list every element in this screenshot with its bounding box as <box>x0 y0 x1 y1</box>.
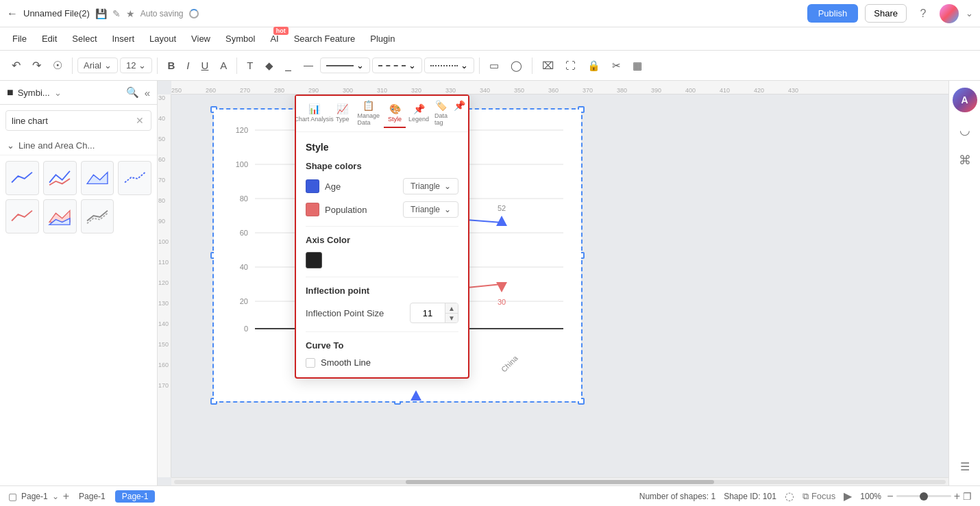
right-sidebar-settings-button[interactable]: ☰ <box>953 454 977 479</box>
search-button[interactable]: 🔍 <box>147 111 151 130</box>
page-tab-active[interactable]: Page-1 <box>115 490 156 503</box>
text-size-button[interactable]: T <box>242 56 258 75</box>
rect-button[interactable]: ▭ <box>485 56 504 75</box>
manage-data-icon: 📋 <box>363 100 374 111</box>
share-button[interactable]: Share <box>865 4 907 23</box>
table-button[interactable]: ▦ <box>628 56 647 75</box>
page-view-icon[interactable]: ▢ <box>8 491 17 502</box>
zoom-out-button[interactable]: − <box>887 490 893 503</box>
tab-style[interactable]: 🎨 Style <box>384 99 406 128</box>
clear-search-icon[interactable]: ✕ <box>132 114 147 127</box>
add-page-button[interactable]: + <box>63 491 69 502</box>
ai-circle-button[interactable]: A <box>953 88 977 112</box>
sidebar-category[interactable]: ⌄ Line and Area Ch... <box>0 136 157 155</box>
line-style-dropdown[interactable]: ⌄ <box>320 58 370 73</box>
avatar[interactable] <box>940 4 959 23</box>
avatar-chevron[interactable]: ⌄ <box>966 8 973 18</box>
template-thumb-1[interactable] <box>5 161 39 195</box>
fullscreen-button[interactable]: ❐ <box>963 491 972 502</box>
crop-button[interactable]: ⌧ <box>537 56 559 75</box>
age-shape-select[interactable]: Triangle ⌄ <box>403 178 458 194</box>
sidebar-collapse-icon[interactable]: « <box>145 86 150 99</box>
format-button[interactable]: ☉ <box>48 55 67 75</box>
aspect-button[interactable]: ⛶ <box>561 56 580 75</box>
menu-ai[interactable]: AIhot <box>263 31 285 47</box>
circle-button[interactable]: ◯ <box>506 56 527 75</box>
population-color-swatch[interactable] <box>306 203 319 216</box>
template-thumb-7[interactable] <box>81 199 114 233</box>
redo-button[interactable]: ↷ <box>27 55 46 75</box>
fill-button[interactable]: ◆ <box>260 56 278 75</box>
italic-button[interactable]: I <box>182 56 194 75</box>
inflection-up-arrow[interactable]: ▲ <box>445 303 458 313</box>
svg-text:China: China <box>500 353 519 373</box>
back-button[interactable]: ← <box>7 8 18 20</box>
template-thumb-2[interactable] <box>43 161 77 195</box>
line-color-button[interactable]: ⎯ <box>280 56 296 75</box>
connect-button[interactable]: ⸻ <box>298 56 318 75</box>
layer-button[interactable]: ◌ <box>785 490 794 503</box>
axis-color-swatch[interactable] <box>306 252 322 268</box>
inflection-down-arrow[interactable]: ▼ <box>445 313 458 322</box>
data-tag-icon: 🏷️ <box>435 100 447 111</box>
age-color-swatch[interactable] <box>306 179 319 193</box>
menu-edit[interactable]: Edit <box>35 31 64 47</box>
divider-3 <box>306 331 458 332</box>
menu-view[interactable]: View <box>184 31 217 47</box>
canvas-content[interactable]: 120 100 80 60 40 20 0 <box>171 94 948 477</box>
tab-chart-analysis[interactable]: 📊 Chart Analysis <box>296 99 332 128</box>
line-dot-dropdown[interactable]: ⌄ <box>424 58 474 73</box>
menu-search-feature[interactable]: Search Feature <box>287 31 363 47</box>
menu-plugin[interactable]: Plugin <box>363 31 402 47</box>
font-size-dropdown[interactable]: 12 ⌄ <box>120 58 152 73</box>
menu-select[interactable]: Select <box>65 31 103 47</box>
age-color-row: Age Triangle ⌄ <box>306 178 458 194</box>
population-shape-select[interactable]: Triangle ⌄ <box>403 201 458 218</box>
menu-insert[interactable]: Insert <box>106 31 142 47</box>
line-dash-dropdown[interactable]: ⌄ <box>372 58 422 73</box>
menu-layout[interactable]: Layout <box>143 31 183 47</box>
zoom-slider[interactable] <box>896 495 951 497</box>
zoom-in-button[interactable]: + <box>954 490 960 503</box>
publish-button[interactable]: Publish <box>807 4 859 23</box>
horizontal-ruler: 250 260 270 280 290 300 310 320 330 340 … <box>171 81 948 94</box>
template-thumb-3[interactable] <box>81 161 114 195</box>
focus-button[interactable]: ⧉ Focus <box>803 491 835 502</box>
tab-legend[interactable]: 📌 Legend <box>406 99 432 128</box>
template-thumb-4[interactable] <box>118 161 151 195</box>
panel-pin-button[interactable]: 📌 <box>451 97 468 114</box>
inflection-size-input[interactable] <box>411 305 445 321</box>
undo-button[interactable]: ↶ <box>7 55 25 75</box>
topbar-right: Publish Share ? ⌄ <box>807 4 973 23</box>
search-input[interactable] <box>6 112 132 129</box>
sidebar-chevron-icon[interactable]: ⌄ <box>54 88 62 98</box>
scrollbar-thumb[interactable] <box>406 480 714 484</box>
cut-button[interactable]: ✂ <box>607 56 626 75</box>
population-color-row: Population Triangle ⌄ <box>306 201 458 218</box>
svg-marker-19 <box>496 216 507 226</box>
smooth-checkbox[interactable] <box>306 358 315 368</box>
template-thumb-5[interactable] <box>5 199 39 233</box>
axis-color-title: Axis Color <box>306 235 458 245</box>
play-button[interactable]: ▶ <box>844 490 852 503</box>
template-thumb-6[interactable] <box>43 199 77 233</box>
menu-symbol[interactable]: Symbol <box>219 31 262 47</box>
horizontal-scrollbar[interactable] <box>171 477 948 485</box>
tab-manage-data[interactable]: 📋 Manage Data <box>354 96 384 131</box>
underline-button[interactable]: U <box>197 56 214 75</box>
font-dropdown[interactable]: Arial ⌄ <box>77 58 118 73</box>
svg-text:30: 30 <box>498 298 506 306</box>
chevron-down-icon[interactable]: ⌄ <box>52 492 59 501</box>
sidebar-search-icon[interactable]: 🔍 <box>126 86 139 99</box>
menu-file[interactable]: File <box>5 31 34 47</box>
lock-button[interactable]: 🔒 <box>583 56 605 75</box>
help-button[interactable]: ? <box>914 4 933 23</box>
right-sidebar-shapes-button[interactable]: ◡ <box>953 118 977 142</box>
tab-data-tag[interactable]: 🏷️ Data tag <box>432 96 450 131</box>
tab-type[interactable]: 📈 Type <box>332 99 354 128</box>
bold-button[interactable]: B <box>162 56 180 75</box>
font-color-button[interactable]: A <box>215 56 232 75</box>
tab-manage-data-label: Manage Data <box>358 112 380 126</box>
svg-marker-0 <box>87 173 108 184</box>
right-sidebar-grid-button[interactable]: ⌘ <box>953 148 977 173</box>
